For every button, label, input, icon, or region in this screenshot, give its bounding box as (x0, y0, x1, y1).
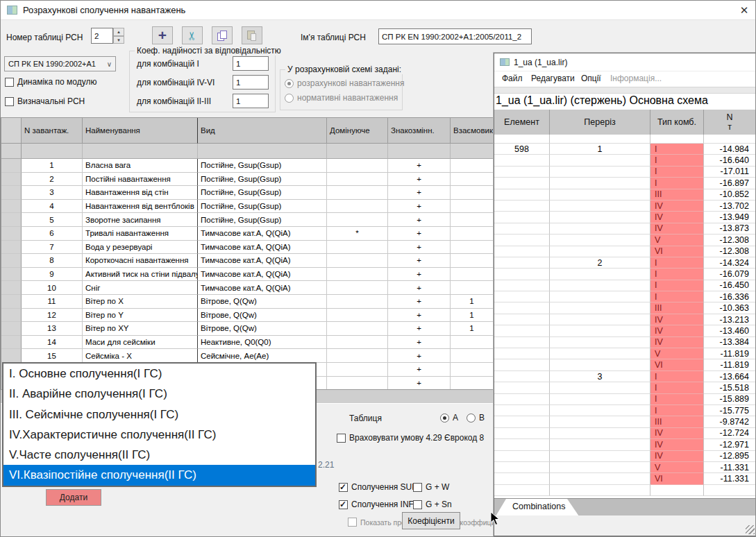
results-cell[interactable] (494, 291, 550, 302)
results-cell[interactable] (550, 167, 650, 178)
close-icon[interactable]: ✕ (735, 3, 753, 17)
results-cell[interactable] (550, 473, 650, 484)
results-cell[interactable]: -13.873 (704, 223, 756, 235)
loads-cell[interactable]: 1 (22, 159, 83, 173)
results-cell[interactable] (494, 189, 550, 201)
results-cell[interactable]: 2 (550, 257, 650, 268)
loads-cell[interactable]: + (388, 186, 451, 200)
loads-cell[interactable]: Постійні навантаження (83, 173, 198, 187)
loads-cell[interactable] (451, 349, 494, 363)
results-cell[interactable]: -9.8742 (704, 416, 756, 427)
loads-table-row[interactable]: 14Маси для сейсмікиНеактивне, Q0(Q0)+ (1, 336, 494, 350)
results-cell[interactable] (550, 325, 650, 336)
results-cell[interactable] (550, 135, 650, 144)
results-cell[interactable]: -11.331 (704, 462, 756, 473)
combination-inf-checkbox[interactable]: Сполучення INF (339, 500, 414, 509)
loads-cell[interactable]: + (388, 173, 451, 187)
loads-cell[interactable]: 1 (451, 295, 494, 309)
results-cell[interactable] (550, 155, 650, 166)
loads-cell[interactable]: 15 (22, 349, 83, 363)
results-cell[interactable]: VI (650, 246, 704, 257)
results-cell[interactable]: I (650, 280, 704, 291)
dropdown-item[interactable]: II. Аварійне сполучення(І ГС) (3, 384, 315, 404)
results-cell[interactable]: 3 (550, 371, 650, 382)
loads-cell[interactable]: Навантаження від вентблоків (83, 200, 198, 214)
results-cell[interactable] (550, 268, 650, 280)
loads-cell[interactable] (327, 281, 388, 295)
results-cell[interactable] (494, 302, 550, 314)
loads-cell[interactable]: 1 (451, 309, 494, 323)
loads-cell[interactable] (327, 322, 388, 336)
loads-cell[interactable] (327, 377, 388, 391)
results-cell[interactable] (550, 337, 650, 348)
row-selector-cell[interactable] (1, 309, 22, 323)
loads-column-header[interactable]: Вид (197, 118, 327, 144)
results-cell[interactable]: -13.949 (704, 212, 756, 223)
loads-cell[interactable]: 4 (22, 200, 83, 214)
results-cell[interactable]: -11.331 (704, 473, 756, 484)
loads-cell[interactable]: + (388, 254, 451, 268)
results-cell[interactable] (494, 371, 550, 382)
loads-table-row[interactable]: 11Вітер по XВітрове, Q(Qw)+1 (1, 295, 494, 309)
results-cell[interactable]: I (650, 394, 704, 405)
row-selector-cell[interactable] (1, 254, 22, 268)
results-cell[interactable]: -13.460 (704, 325, 756, 336)
loads-cell[interactable]: 5 (22, 213, 83, 227)
results-cell[interactable]: V (650, 462, 704, 473)
results-cell[interactable] (494, 473, 550, 484)
results-cell[interactable] (494, 428, 550, 439)
results-cell[interactable]: -15.518 (704, 382, 756, 393)
loads-cell[interactable] (451, 213, 494, 227)
results-cell[interactable]: IV (650, 451, 704, 462)
loads-cell[interactable]: Короткочасні навантаження (83, 254, 198, 268)
loads-empty-cell[interactable] (327, 144, 388, 159)
results-cell[interactable] (704, 135, 756, 144)
results-cell[interactable] (494, 235, 550, 246)
row-selector-cell[interactable] (1, 173, 22, 187)
coef-input-2[interactable] (233, 75, 269, 90)
loads-cell[interactable] (327, 349, 388, 363)
loads-cell[interactable]: 12 (22, 309, 83, 323)
loads-cell[interactable]: + (388, 309, 451, 323)
g-plus-sn-checkbox[interactable]: G + Sn (413, 500, 452, 509)
results-cell[interactable]: -12.971 (704, 439, 756, 450)
loads-cell[interactable] (451, 241, 494, 255)
loads-cell[interactable]: + (388, 349, 451, 363)
results-cell[interactable] (550, 280, 650, 291)
row-selector-cell[interactable] (1, 281, 22, 295)
checkbox-box[interactable] (339, 483, 348, 492)
loads-table-row[interactable]: 4Навантаження від вентблоківПостійне, Gs… (1, 200, 494, 214)
table-b-radio[interactable]: B (467, 413, 485, 423)
row-selector-cell[interactable] (1, 268, 22, 282)
results-cell[interactable]: -13.384 (704, 337, 756, 348)
loads-table-row[interactable]: 10СнігТимчасове кат.А, Q(QiA)+ (1, 281, 494, 295)
loads-cell[interactable]: Постійне, Gsup(Gsup) (197, 159, 327, 173)
results-cell[interactable] (494, 257, 550, 268)
results-cell[interactable] (704, 485, 756, 496)
loads-cell[interactable] (451, 200, 494, 214)
results-cell[interactable]: -16.336 (704, 291, 756, 302)
results-cell[interactable]: -14.324 (704, 257, 756, 268)
loads-cell[interactable] (451, 254, 494, 268)
row-selector-cell[interactable] (1, 349, 22, 363)
tab-combinations[interactable]: Combinations (496, 499, 579, 516)
results-cell[interactable]: VI (650, 359, 704, 370)
stepper-down-button[interactable]: ▼ (113, 36, 124, 44)
row-selector-cell[interactable] (1, 159, 22, 173)
row-selector-cell[interactable] (1, 227, 22, 241)
loads-table-row[interactable]: 3Навантаження від стінПостійне, Gsup(Gsu… (1, 186, 494, 200)
loads-cell[interactable]: Вітрове, Q(Qw) (197, 295, 327, 309)
loads-cell[interactable]: Сейсміка - X (83, 349, 198, 363)
results-cell[interactable]: IV (650, 428, 704, 439)
loads-column-header[interactable]: N завантаж. (22, 118, 83, 144)
results-cell[interactable]: -16.640 (704, 155, 756, 166)
results-cell[interactable] (550, 291, 650, 302)
loads-cell[interactable]: + (388, 363, 451, 377)
loads-cell[interactable]: 6 (22, 227, 83, 241)
checkbox-box[interactable] (413, 500, 422, 509)
results-cell[interactable]: I (650, 371, 704, 382)
loads-cell[interactable]: Активний тиск на стіни підвалу (83, 268, 198, 282)
results-cell[interactable] (494, 394, 550, 405)
coef-input-1[interactable] (233, 56, 269, 71)
loads-cell[interactable]: + (388, 200, 451, 214)
